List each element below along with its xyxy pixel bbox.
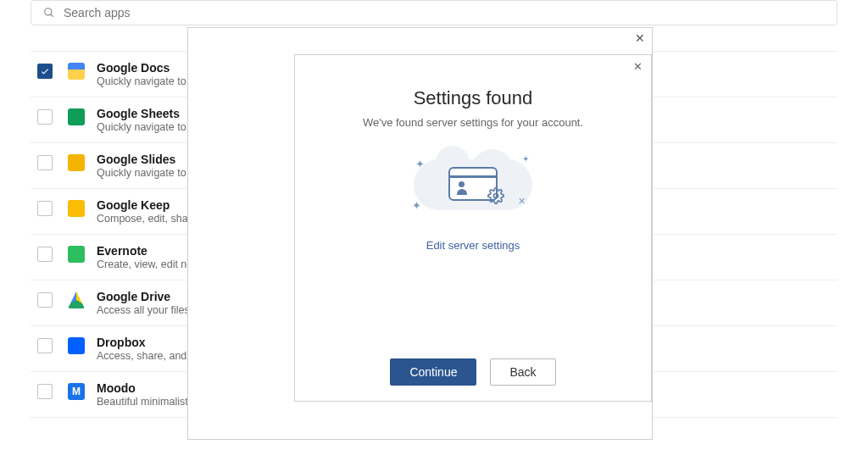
checkbox[interactable] xyxy=(37,292,53,308)
checkbox[interactable] xyxy=(37,64,53,79)
checkbox[interactable] xyxy=(37,247,53,262)
gear-icon xyxy=(487,187,504,204)
edit-server-settings-link[interactable]: Edit server settings xyxy=(426,239,520,252)
checkbox[interactable] xyxy=(37,338,53,353)
checkbox[interactable] xyxy=(37,155,53,170)
search-icon xyxy=(43,7,55,19)
search-input[interactable] xyxy=(64,6,825,19)
search-bar[interactable] xyxy=(31,0,837,25)
svg-point-0 xyxy=(45,8,52,15)
google-slides-icon xyxy=(68,154,85,171)
close-icon[interactable]: ✕ xyxy=(635,31,645,45)
continue-button[interactable]: Continue xyxy=(390,358,476,386)
evernote-icon xyxy=(68,246,85,263)
dialog-subtitle: We've found server settings for your acc… xyxy=(363,116,583,129)
moodo-icon: M xyxy=(68,383,85,400)
google-keep-icon xyxy=(68,200,85,217)
checkbox[interactable] xyxy=(37,201,53,216)
checkbox[interactable] xyxy=(37,109,53,125)
dropbox-icon xyxy=(68,337,85,354)
close-icon[interactable]: ✕ xyxy=(633,60,643,73)
back-button[interactable]: Back xyxy=(490,358,555,386)
dialog-title: Settings found xyxy=(414,87,533,109)
svg-point-2 xyxy=(494,194,498,198)
svg-line-1 xyxy=(51,14,53,17)
settings-found-dialog: ✕ Settings found We've found server sett… xyxy=(294,54,652,402)
dialog-actions: Continue Back xyxy=(390,358,555,386)
checkbox[interactable] xyxy=(37,384,53,399)
google-sheets-icon xyxy=(68,108,85,125)
google-drive-icon xyxy=(68,292,85,308)
google-docs-icon xyxy=(68,63,85,80)
settings-illustration: ✦ ✦ ✦ ✕ xyxy=(405,147,541,220)
